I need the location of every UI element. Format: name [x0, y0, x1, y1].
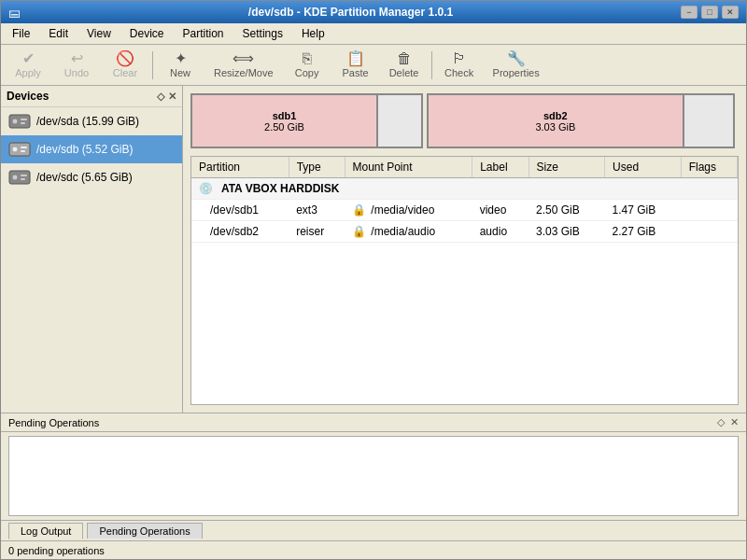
- pending-title: Pending Operations: [8, 417, 99, 428]
- sidebar: Devices ◇ ✕ /dev/sda (15.99 GiB): [1, 86, 183, 413]
- tab-pending-operations[interactable]: Pending Operations: [87, 523, 202, 539]
- svg-point-1: [12, 119, 18, 124]
- main-content: Devices ◇ ✕ /dev/sda (15.99 GiB): [1, 86, 746, 413]
- menu-device[interactable]: Device: [122, 25, 172, 42]
- svg-rect-11: [21, 178, 25, 180]
- partition-used-sdb1: 1.47 GiB: [605, 200, 682, 221]
- check-icon: 🏳: [452, 51, 467, 66]
- partition-size-sdb1: 2.50 GiB: [529, 200, 605, 221]
- status-bar: Log Output Pending Operations: [1, 520, 746, 540]
- sidebar-pin-icon[interactable]: ◇: [157, 91, 164, 103]
- partition-name-sdb2: /dev/sdb2: [191, 221, 289, 243]
- partition-label-sdb2: audio: [472, 221, 529, 243]
- apply-button[interactable]: ✔ Apply: [5, 48, 51, 82]
- undo-icon: ↩: [71, 51, 83, 66]
- toolbar: ✔ Apply ↩ Undo 🚫 Clear ✦ New ⟺ Resize/Mo…: [1, 45, 746, 86]
- clear-button[interactable]: 🚫 Clear: [102, 48, 148, 82]
- seg-sdb2-name: sdb2: [543, 110, 568, 121]
- undo-button[interactable]: ↩ Undo: [53, 48, 100, 82]
- partition-bar-right: sdb2 3.03 GiB: [427, 93, 735, 148]
- partition-mount-sdb1: 🔒 /media/video: [345, 200, 472, 221]
- window-controls: − □ ✕: [681, 6, 739, 19]
- partition-type-sdb1: ext3: [289, 200, 345, 221]
- table-header-row: Partition Type Mount Point Label Size Us…: [191, 157, 738, 178]
- paste-icon: 📋: [346, 51, 365, 66]
- sidebar-item-sda[interactable]: /dev/sda (15.99 GiB): [1, 107, 182, 135]
- pending-close-icon[interactable]: ✕: [730, 416, 739, 428]
- partition-bar-left: sdb1 2.50 GiB: [190, 93, 423, 148]
- menu-help[interactable]: Help: [294, 25, 332, 42]
- table-row-disk[interactable]: 💿 ATA VBOX HARDDISK: [191, 178, 738, 200]
- col-type: Type: [289, 157, 345, 178]
- col-flags: Flags: [681, 157, 737, 178]
- tab-log-output[interactable]: Log Output: [8, 523, 83, 539]
- table-row[interactable]: /dev/sdb1 ext3 🔒 /media/video video 2.50…: [191, 200, 738, 221]
- sidebar-label-sdb: /dev/sdb (5.52 GiB): [36, 143, 133, 156]
- seg-sdb1-name: sdb1: [273, 110, 297, 121]
- delete-icon: 🗑: [397, 51, 412, 66]
- sidebar-header-icons: ◇ ✕: [157, 91, 176, 103]
- close-button[interactable]: ✕: [722, 6, 739, 19]
- delete-button[interactable]: 🗑 Delete: [381, 48, 428, 82]
- disk-row-icon: 💿: [199, 182, 213, 195]
- disk-icon-sda: [8, 112, 31, 131]
- menu-partition[interactable]: Partition: [176, 25, 232, 42]
- partition-type-sdb2: reiser: [289, 221, 345, 243]
- table-row[interactable]: /dev/sdb2 reiser 🔒 /media/audio audio 3.…: [191, 221, 738, 243]
- new-icon: ✦: [175, 51, 187, 66]
- pending-pin-icon[interactable]: ◇: [717, 416, 725, 428]
- partition-name-sdb1: /dev/sdb1: [191, 200, 289, 221]
- col-label: Label: [472, 157, 529, 178]
- app-icon: 🖴: [8, 6, 21, 20]
- pending-header-icons: ◇ ✕: [717, 416, 739, 428]
- sidebar-header: Devices ◇ ✕: [1, 86, 182, 107]
- menu-settings[interactable]: Settings: [235, 25, 290, 42]
- partition-seg-empty2: [684, 95, 733, 147]
- disk-icon-sdc: [8, 168, 31, 187]
- svg-point-5: [12, 147, 18, 152]
- menu-view[interactable]: View: [79, 25, 119, 42]
- status-bar-bottom: 0 pending operations: [1, 540, 746, 559]
- bottom-panel: Pending Operations ◇ ✕: [1, 413, 746, 520]
- sidebar-item-sdc[interactable]: /dev/sdc (5.65 GiB): [1, 163, 182, 191]
- properties-button[interactable]: 🔧 Properties: [485, 48, 548, 82]
- seg-sdb2-size: 3.03 GiB: [535, 121, 575, 133]
- menu-edit[interactable]: Edit: [41, 25, 76, 42]
- copy-icon: ⎘: [303, 51, 312, 66]
- disk-icon-sdb: [8, 140, 31, 159]
- sidebar-item-sdb[interactable]: /dev/sdb (5.52 GiB): [1, 135, 182, 163]
- partition-used-sdb2: 2.27 GiB: [605, 221, 682, 243]
- main-window: 🖴 /dev/sdb - KDE Partition Manager 1.0.1…: [0, 0, 747, 560]
- svg-rect-7: [21, 150, 25, 152]
- partition-seg-empty1: [378, 95, 421, 147]
- resize-button[interactable]: ⟺ Resize/Move: [205, 48, 282, 82]
- resize-icon: ⟺: [233, 51, 254, 66]
- copy-button[interactable]: ⎘ Copy: [284, 48, 331, 82]
- pending-area: [8, 436, 739, 516]
- pending-header: Pending Operations ◇ ✕: [1, 413, 746, 432]
- sidebar-close-icon[interactable]: ✕: [168, 91, 176, 103]
- partition-seg-sdb2[interactable]: sdb2 3.03 GiB: [429, 95, 684, 147]
- svg-point-9: [12, 175, 18, 180]
- maximize-button[interactable]: □: [701, 6, 718, 19]
- lock-icon-sdb1: 🔒: [352, 203, 366, 217]
- svg-rect-3: [21, 122, 25, 124]
- separator-1: [152, 51, 153, 79]
- properties-icon: 🔧: [507, 51, 526, 66]
- sidebar-label-sda: /dev/sda (15.99 GiB): [36, 115, 139, 128]
- partition-seg-sdb1[interactable]: sdb1 2.50 GiB: [192, 95, 378, 147]
- minimize-button[interactable]: −: [681, 6, 698, 19]
- menu-file[interactable]: File: [5, 25, 37, 42]
- sidebar-title: Devices: [7, 90, 49, 103]
- partition-flags-sdb1: [681, 200, 737, 221]
- check-button[interactable]: 🏳 Check: [436, 48, 483, 82]
- partition-visual: sdb1 2.50 GiB sdb2 3.03 GiB: [183, 86, 746, 156]
- col-used: Used: [605, 157, 682, 178]
- partition-flags-sdb2: [681, 221, 737, 243]
- title-bar: 🖴 /dev/sdb - KDE Partition Manager 1.0.1…: [1, 1, 746, 23]
- new-button[interactable]: ✦ New: [157, 48, 204, 82]
- col-partition: Partition: [191, 157, 289, 178]
- partition-label-sdb1: video: [472, 200, 529, 221]
- apply-icon: ✔: [22, 51, 35, 66]
- paste-button[interactable]: 📋 Paste: [332, 48, 379, 82]
